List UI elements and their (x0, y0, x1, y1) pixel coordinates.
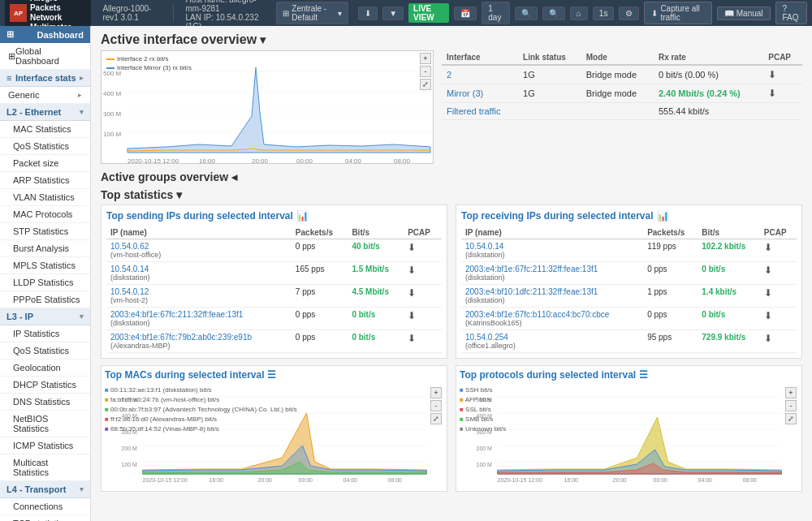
sidebar-burst-analysis[interactable]: Burst Analysis (0, 240, 90, 257)
table-row: 10.54.0.254 (office1.allegro) 95 pps 729… (461, 330, 797, 353)
zentrale-dropdown[interactable]: ⊞ Zentrale - Default ▾ (276, 2, 348, 24)
sending-ip-link-2[interactable]: 10.54.0.12 (110, 287, 149, 296)
sidebar-section-label: Interface stats (15, 73, 76, 83)
receiving-ip-name-0: (diskstation) (465, 251, 639, 259)
macs-zoom-in[interactable]: + (430, 387, 442, 398)
pcap-download-mirror[interactable]: ⬇ (768, 88, 776, 99)
sidebar-lldp-statistics[interactable]: LLDP Statistics (0, 274, 90, 291)
legend-item-2: Interface Mirror (3) rx bit/s (106, 63, 192, 72)
interface-link-2[interactable]: 2 (447, 70, 451, 80)
macs-zoom-out[interactable]: - (430, 400, 442, 411)
receiving-ip-name-2: (diskstation) (465, 296, 639, 304)
sidebar-geolocation[interactable]: Geolocation (0, 360, 90, 377)
filter-icon-btn[interactable]: ▼ (382, 6, 404, 20)
sidebar-item-label: QoS Statistics (13, 141, 69, 151)
capture-all-button[interactable]: ⬇ Capture all traffic (644, 2, 711, 24)
protocols-zoom-out[interactable]: - (785, 400, 797, 411)
sidebar-qos-statistics[interactable]: QoS Statistics (0, 138, 90, 155)
sending-ip-link-0[interactable]: 10.54.0.62 (110, 242, 149, 251)
sidebar-arp-statistics[interactable]: ARP Statistics (0, 172, 90, 189)
sidebar-item-generic[interactable]: Generic ▸ (0, 87, 90, 104)
sidebar-l4-transport[interactable]: L4 - Transport ▾ (0, 481, 90, 498)
download-icon-btn[interactable]: ⬇ (358, 6, 378, 20)
sending-bits-0: 40 bit/s (352, 242, 379, 251)
protocols-fullscreen[interactable]: ⤢ (785, 413, 797, 424)
legend-item-1: Interface 2 rx bit/s (106, 54, 192, 63)
zoom-in-btn[interactable]: 🔍 (515, 6, 538, 20)
home-btn[interactable]: ⌂ (570, 6, 588, 20)
receiving-ip-link-1[interactable]: 2003:e4:bf1e:67fc:211:32ff:feae:13f1 (465, 265, 598, 273)
chevron-down-icon: ▾ (338, 9, 342, 18)
sending-pcap-3[interactable]: ⬇ (408, 310, 416, 321)
legend-item: ■ fa:bf:c9:a0:24:7b (vm-host-office) bit… (105, 395, 297, 405)
sidebar-global-dashboard[interactable]: ⊞ Global Dashboard (0, 43, 90, 70)
macs-chart-controls: + - ⤢ (430, 387, 442, 424)
faq-button[interactable]: ? FAQ (775, 2, 807, 24)
sidebar-vlan-statistics[interactable]: VLAN Statistics (0, 189, 90, 206)
sidebar-item-label: QoS Statistics (13, 346, 69, 355)
sidebar-item-label: VLAN Statistics (13, 192, 75, 202)
top-receiving-panel: Top receiving IPs during selected interv… (456, 205, 802, 359)
sidebar-connections[interactable]: Connections (0, 498, 90, 515)
protocols-zoom-in[interactable]: + (785, 387, 797, 398)
sidebar-dns-statistics[interactable]: DNS Statistics (0, 394, 90, 411)
receiving-pcap-0[interactable]: ⬇ (764, 242, 772, 253)
interval-btn[interactable]: 1s (593, 6, 615, 20)
sidebar-stp-statistics[interactable]: STP Statistics (0, 223, 90, 240)
interface-link-filtered[interactable]: Filtered traffic (447, 106, 500, 116)
calendar-icon-btn[interactable]: 📅 (454, 6, 477, 20)
receiving-ip-link-4[interactable]: 10.54.0.254 (465, 333, 508, 342)
receiving-ip-link-3[interactable]: 2003:e4:bf1e:67fc:b110:acc4:bc70:cbce (465, 310, 609, 319)
sidebar-pppoe-statistics[interactable]: PPPoE Statistics (0, 291, 90, 308)
sidebar-l3-ip[interactable]: L3 - IP ▾ (0, 308, 90, 325)
timerange-btn[interactable]: 1 day (482, 2, 510, 24)
chart-fullscreen[interactable]: ⤢ (420, 79, 431, 90)
chart-zoom-out[interactable]: - (420, 66, 431, 77)
sidebar-tcp-statistics[interactable]: TCP statistics (0, 515, 90, 521)
chevron-left-icon[interactable]: ◂ (231, 170, 237, 183)
settings-btn[interactable]: ⚙ (619, 6, 639, 20)
pcap-download-2[interactable]: ⬇ (768, 69, 776, 80)
sending-pcap-2[interactable]: ⬇ (408, 287, 416, 299)
sending-ip-link-4[interactable]: 2003:e4:bf1e:67fc:79b2:ab0c:239:e91b (110, 333, 252, 342)
receiving-pcap-3[interactable]: ⬇ (764, 310, 772, 321)
chart-icon: 📊 (657, 210, 669, 222)
sidebar-mac-protocols[interactable]: MAC Protocols (0, 206, 90, 223)
top-protocols-label: Top protocols during selected interval (460, 369, 636, 381)
zoom-out-btn[interactable]: 🔍 (542, 6, 565, 20)
sidebar-icmp-statistics[interactable]: ICMP Statistics (0, 437, 90, 454)
manual-button[interactable]: 📖 Manual (717, 6, 771, 20)
sending-pcap-4[interactable]: ⬇ (408, 333, 416, 344)
sidebar-l2-ethernet[interactable]: L2 - Ethernet ▾ (0, 104, 90, 121)
chevron-down-icon[interactable]: ▾ (176, 188, 182, 201)
sidebar-ip-statistics[interactable]: IP Statistics (0, 325, 90, 342)
sidebar-dashboard-item[interactable]: ⊞ Dashboard (0, 26, 90, 43)
faq-label: ? FAQ (783, 4, 800, 22)
sidebar-item-label: Geolocation (13, 363, 61, 372)
sending-ip-link-3[interactable]: 2003:e4:bf1e:67fc:211:32ff:feae:13f1 (110, 310, 243, 319)
sidebar-interface-stats[interactable]: ≡ Interface stats ▸ (0, 70, 90, 87)
sidebar-mpls-statistics[interactable]: MPLS Statistics (0, 257, 90, 274)
sidebar-qos-l3[interactable]: QoS Statistics (0, 342, 90, 360)
receiving-ip-link-0[interactable]: 10.54.0.14 (465, 242, 503, 251)
chart-zoom-in[interactable]: + (420, 53, 431, 64)
sending-pcap-1[interactable]: ⬇ (408, 265, 416, 276)
receiving-pcap-2[interactable]: ⬇ (764, 287, 772, 299)
th-pcap-s: PCAP (404, 226, 442, 239)
top-sending-title: Top sending IPs during selected interval… (106, 210, 442, 222)
receiving-pcap-1[interactable]: ⬇ (764, 265, 772, 276)
sidebar-packet-size[interactable]: Packet size (0, 155, 90, 172)
sending-ip-link-1[interactable]: 10.54.0.14 (110, 265, 149, 273)
list-icon: ☰ (267, 369, 276, 381)
sending-pcap-0[interactable]: ⬇ (408, 242, 416, 253)
receiving-ip-link-2[interactable]: 2003:e4:bf10:1dfc:211:32ff:feae:13f1 (465, 287, 598, 296)
macs-fullscreen[interactable]: ⤢ (430, 413, 442, 424)
list-icon: ☰ (639, 369, 648, 381)
sidebar-multicast-statistics[interactable]: Multicast Statistics (0, 454, 90, 481)
sidebar-mac-statistics[interactable]: MAC Statistics (0, 121, 90, 138)
sidebar-netbios-statistics[interactable]: NetBIOS Statistics (0, 411, 90, 437)
interface-link-mirror[interactable]: Mirror (3) (447, 88, 483, 98)
receiving-pcap-4[interactable]: ⬇ (764, 333, 772, 344)
book-icon: 📖 (724, 9, 734, 18)
sidebar-dhcp-statistics[interactable]: DHCP Statistics (0, 377, 90, 394)
